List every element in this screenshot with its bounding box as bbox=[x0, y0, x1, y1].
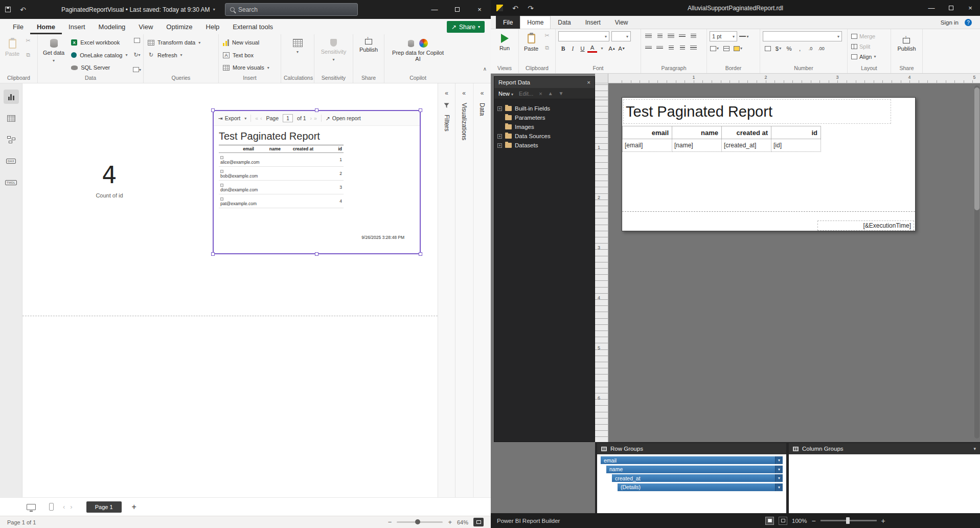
sensitivity-button[interactable]: Sensitivity ▾ bbox=[318, 36, 349, 74]
calculations-button[interactable]: ▾ bbox=[290, 36, 305, 74]
maximize-button[interactable] bbox=[446, 0, 468, 19]
cut-icon[interactable]: ✂ bbox=[25, 37, 32, 44]
selection-handle[interactable] bbox=[419, 108, 422, 112]
next-page-icon[interactable]: › bbox=[310, 115, 312, 121]
onelake-catalog-button[interactable]: OneLake catalog▾ bbox=[70, 50, 131, 61]
new-visual-button[interactable]: New visual bbox=[221, 37, 278, 48]
first-page-icon[interactable]: « bbox=[255, 115, 258, 121]
table-view-button[interactable] bbox=[4, 111, 19, 125]
font-family-select[interactable]: ▾ bbox=[558, 31, 609, 41]
fill-color-icon[interactable]: ▾ bbox=[733, 43, 743, 53]
edit-button[interactable]: Edit... bbox=[519, 91, 533, 97]
undo-icon[interactable]: ↶ bbox=[508, 4, 523, 12]
increase-indent-icon[interactable] bbox=[677, 43, 687, 53]
expand-pane-icon[interactable]: « bbox=[445, 90, 448, 97]
design-surface[interactable]: Test Paginated Report email name created… bbox=[608, 83, 980, 442]
design-view-button[interactable] bbox=[765, 517, 774, 525]
group-dropdown-icon[interactable]: ▼ bbox=[775, 483, 783, 491]
percent-button[interactable]: % bbox=[784, 43, 794, 53]
expand-icon[interactable]: + bbox=[497, 143, 502, 148]
line-spacing-icon[interactable] bbox=[689, 43, 698, 53]
font-color-button[interactable]: A bbox=[587, 45, 597, 53]
collapse-grouping-pane-icon[interactable]: ▾ bbox=[973, 446, 976, 451]
text-box-button[interactable]: A Text box bbox=[221, 50, 278, 61]
merge-button[interactable]: Merge bbox=[850, 31, 888, 41]
tab-view[interactable]: View bbox=[132, 19, 159, 34]
report-canvas[interactable]: 4 Count of id ⇥ Export ▾ « ‹ Page of 1 ›… bbox=[22, 83, 438, 497]
zoom-out-icon[interactable]: − bbox=[388, 518, 392, 526]
tab-help[interactable]: Help bbox=[199, 19, 226, 34]
bold-button[interactable]: B bbox=[558, 43, 568, 53]
group-dropdown-icon[interactable]: ▼ bbox=[775, 456, 783, 464]
tab-view[interactable]: View bbox=[608, 16, 635, 29]
expand-pane-icon[interactable]: « bbox=[481, 90, 484, 97]
selection-handle[interactable] bbox=[419, 252, 422, 256]
decrease-decimal-button[interactable]: .0 bbox=[806, 43, 815, 53]
tab-data[interactable]: Data bbox=[551, 16, 578, 29]
last-page-icon[interactable]: » bbox=[314, 115, 317, 121]
tree-item-built-in-fields[interactable]: + Built-in Fields bbox=[497, 104, 591, 113]
expand-icon[interactable]: + bbox=[497, 134, 502, 139]
cut-icon[interactable]: ✂ bbox=[543, 32, 551, 39]
page-number-input[interactable] bbox=[283, 114, 293, 122]
publish-button[interactable]: Publish bbox=[357, 36, 380, 74]
decrease-indent-icon[interactable] bbox=[666, 43, 676, 53]
tree-item-datasets[interactable]: + Datasets bbox=[497, 141, 591, 150]
thousands-separator-button[interactable]: , bbox=[795, 43, 805, 53]
tree-item-images[interactable]: Images bbox=[497, 122, 591, 131]
move-down-icon[interactable]: ▼ bbox=[559, 91, 564, 96]
more-visuals-button[interactable]: More visuals▾ bbox=[221, 62, 278, 73]
data-pane-collapsed[interactable]: « Data bbox=[473, 83, 491, 497]
get-data-button[interactable]: Get data ▾ bbox=[40, 36, 67, 74]
row-group-email[interactable]: email▼ bbox=[601, 456, 783, 464]
column-groups-empty-area[interactable] bbox=[789, 454, 980, 513]
italic-button[interactable]: I bbox=[568, 43, 578, 53]
print-layout-button[interactable] bbox=[779, 517, 787, 525]
underline-button[interactable]: U bbox=[578, 43, 587, 53]
paginated-report-visual[interactable]: ⇥ Export ▾ « ‹ Page of 1 › » ↗ Open repo… bbox=[213, 110, 421, 254]
font-size-select[interactable]: ▾ bbox=[611, 31, 631, 41]
copy-icon[interactable]: ⧉ bbox=[25, 52, 32, 59]
group-dropdown-icon[interactable]: ▼ bbox=[775, 474, 783, 482]
expand-icon[interactable]: + bbox=[497, 106, 502, 111]
report-view-button[interactable] bbox=[4, 90, 19, 104]
maximize-button[interactable] bbox=[941, 0, 961, 16]
redo-icon[interactable]: ↷ bbox=[523, 4, 538, 12]
sql-server-button[interactable]: SQL Server bbox=[70, 62, 131, 73]
paste-button[interactable]: Paste bbox=[521, 31, 541, 64]
tablix[interactable]: email name created at id [email] [name] … bbox=[622, 126, 821, 152]
selection-handle[interactable] bbox=[315, 108, 318, 112]
card-visual-count-of-id[interactable]: 4 Count of id bbox=[58, 161, 161, 199]
grow-font-button[interactable]: A▴ bbox=[607, 43, 617, 53]
row-group-created-at[interactable]: created_at▼ bbox=[612, 474, 783, 482]
group-dropdown-icon[interactable]: ▼ bbox=[775, 466, 783, 473]
tmdl-view-button[interactable]: TMDL bbox=[4, 175, 19, 190]
report-page[interactable]: Test Paginated Report email name created… bbox=[622, 97, 916, 231]
zoom-slider-thumb[interactable] bbox=[415, 519, 420, 524]
scrollbar-thumb[interactable] bbox=[974, 87, 979, 210]
delete-icon[interactable]: × bbox=[539, 91, 542, 97]
run-button[interactable]: Run bbox=[497, 31, 512, 64]
field-cell-name[interactable]: [name] bbox=[672, 139, 722, 152]
header-cell-name[interactable]: name bbox=[672, 126, 722, 139]
close-button[interactable]: × bbox=[468, 0, 491, 19]
placeholder-style-icon[interactable] bbox=[763, 43, 772, 53]
help-icon[interactable]: ? bbox=[965, 19, 972, 26]
top-align-icon[interactable] bbox=[677, 31, 687, 41]
search-input[interactable]: Search bbox=[225, 3, 358, 16]
recent-sources-icon[interactable]: ↻▾ bbox=[133, 52, 141, 59]
middle-align-icon[interactable] bbox=[644, 43, 653, 53]
zoom-slider[interactable] bbox=[821, 520, 877, 521]
zoom-in-icon[interactable]: + bbox=[881, 517, 885, 525]
transform-data-button[interactable]: Transform data▾ bbox=[146, 37, 216, 48]
tab-insert[interactable]: Insert bbox=[578, 16, 608, 29]
bottom-align-icon[interactable] bbox=[655, 43, 665, 53]
prep-data-copilot-button[interactable]: Prep data for Copilot AI bbox=[388, 36, 449, 74]
new-page-button[interactable]: + bbox=[132, 502, 136, 512]
tab-file[interactable]: File bbox=[496, 16, 520, 29]
align-center-icon[interactable] bbox=[655, 31, 665, 41]
zoom-slider[interactable] bbox=[397, 521, 443, 523]
model-view-button[interactable] bbox=[4, 133, 19, 147]
tab-external-tools[interactable]: External tools bbox=[226, 19, 280, 34]
collapse-ribbon-icon[interactable]: ∧ bbox=[483, 66, 487, 72]
